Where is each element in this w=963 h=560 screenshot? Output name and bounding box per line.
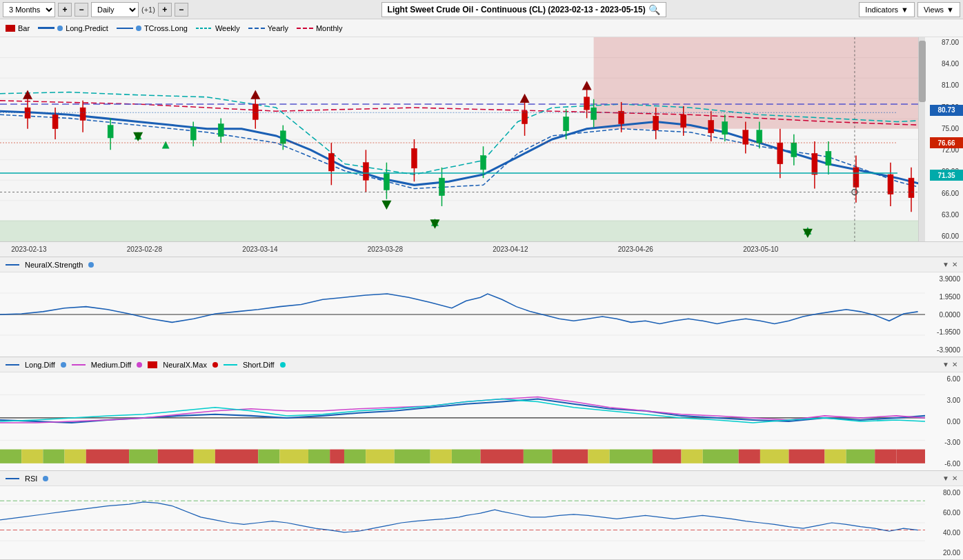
diff-close-button[interactable]: ✕ bbox=[952, 361, 957, 368]
y-label-87: 87.00 bbox=[926, 39, 962, 46]
monthly-label: Monthly bbox=[316, 24, 343, 32]
x-label-0426: 2023-04-26 bbox=[618, 246, 653, 253]
svg-rect-133 bbox=[610, 450, 653, 463]
svg-rect-112 bbox=[21, 450, 43, 463]
longdiff-title: Long.Diff bbox=[25, 361, 55, 369]
y-label-81: 81.00 bbox=[926, 81, 962, 89]
neuralix-close-button[interactable]: ✕ bbox=[952, 261, 957, 268]
diff-section: Long.Diff Medium.Diff NeuralX.Max Short.… bbox=[0, 357, 963, 471]
neuralxmax-dot bbox=[212, 362, 218, 368]
bar-legend-box bbox=[6, 25, 15, 32]
diff-body: 6.00 3.00 0.00 -3.00 -6.00 bbox=[0, 372, 963, 470]
svg-rect-64 bbox=[280, 131, 286, 143]
svg-rect-62 bbox=[218, 124, 224, 137]
svg-rect-75 bbox=[591, 108, 597, 119]
svg-rect-22 bbox=[80, 108, 86, 120]
svg-rect-140 bbox=[824, 450, 846, 463]
interval-select[interactable]: Daily Weekly Monthly bbox=[91, 2, 139, 17]
zoom-minus-button[interactable]: − bbox=[175, 3, 188, 17]
longpredict-line bbox=[38, 27, 54, 29]
svg-rect-115 bbox=[86, 450, 129, 463]
svg-rect-44 bbox=[743, 130, 748, 144]
svg-rect-81 bbox=[791, 143, 797, 157]
price-chart-area[interactable]: 87.00 84.00 81.00 78.00 75.00 72.00 69.0… bbox=[0, 37, 963, 241]
rsi-body: 80.00 60.00 40.00 20.00 bbox=[0, 486, 963, 559]
neuralix-body: 3.9000 1.9500 0.0000 -1.9500 -3.9000 bbox=[0, 272, 963, 357]
shortdiff-dot bbox=[280, 362, 286, 368]
neuralix-dot bbox=[88, 262, 94, 268]
chart-title: Light Sweet Crude Oil - Continuous (CL) … bbox=[388, 5, 646, 14]
diff-yaxis: 6.00 3.00 0.00 -3.00 -6.00 bbox=[925, 372, 963, 470]
svg-rect-129 bbox=[480, 450, 523, 463]
yearly-line-icon bbox=[248, 26, 265, 30]
svg-rect-139 bbox=[788, 450, 824, 463]
x-label-0228: 2023-02-28 bbox=[127, 246, 162, 253]
svg-rect-130 bbox=[524, 450, 553, 463]
price-yaxis: 87.00 84.00 81.00 78.00 75.00 72.00 69.0… bbox=[925, 37, 963, 241]
dy-label-3: 3.00 bbox=[926, 397, 962, 404]
diff-header: Long.Diff Medium.Diff NeuralX.Max Short.… bbox=[0, 357, 963, 372]
neuralxmax-box bbox=[148, 361, 157, 368]
right-controls: Indicators ▼ Views ▼ bbox=[859, 2, 960, 17]
rsi-dropdown-button[interactable]: ▼ bbox=[942, 474, 949, 482]
rsi-svg bbox=[0, 486, 925, 559]
svg-rect-60 bbox=[190, 128, 196, 140]
zoom-plus-button[interactable]: + bbox=[158, 3, 172, 17]
dy-label-6: 6.00 bbox=[926, 375, 962, 383]
price-scrollbar[interactable] bbox=[918, 37, 925, 241]
neuralix-svg bbox=[0, 272, 925, 357]
svg-rect-40 bbox=[681, 114, 686, 127]
period-minus-button[interactable]: − bbox=[75, 3, 88, 17]
dy-label-0: 0.00 bbox=[926, 418, 962, 426]
longdiff-dot bbox=[61, 362, 66, 368]
search-button[interactable]: 🔍 bbox=[648, 4, 660, 15]
ny-label-39: 3.9000 bbox=[926, 275, 962, 283]
diff-dropdown-button[interactable]: ▼ bbox=[942, 361, 949, 368]
svg-rect-134 bbox=[653, 450, 682, 463]
svg-rect-28 bbox=[363, 163, 368, 181]
legend-tcrosslong-item: TCross.Long bbox=[117, 24, 188, 32]
chart-title-bar: Light Sweet Crude Oil - Continuous (CL) … bbox=[191, 2, 856, 17]
svg-rect-52 bbox=[888, 174, 893, 194]
svg-rect-138 bbox=[760, 450, 789, 463]
shortdiff-line-icon bbox=[224, 363, 237, 367]
svg-rect-38 bbox=[653, 116, 659, 130]
svg-rect-123 bbox=[330, 450, 344, 463]
svg-rect-34 bbox=[584, 97, 590, 110]
ry-label-60: 60.00 bbox=[926, 509, 962, 517]
yearly-label: Yearly bbox=[268, 24, 288, 32]
weekly-line-icon bbox=[196, 26, 212, 30]
shortdiff-label: Short.Diff bbox=[243, 361, 275, 369]
indicators-button[interactable]: Indicators ▼ bbox=[859, 2, 915, 17]
neuralix-dropdown-button[interactable]: ▼ bbox=[942, 261, 949, 268]
rsi-close-button[interactable]: ✕ bbox=[952, 474, 957, 482]
svg-rect-46 bbox=[777, 143, 783, 164]
period-plus-button[interactable]: + bbox=[58, 3, 72, 17]
rsi-dot bbox=[43, 476, 48, 481]
longpredict-label: Long.Predict bbox=[66, 24, 108, 32]
svg-rect-119 bbox=[215, 450, 258, 463]
rsi-header: RSI ▼ ✕ bbox=[0, 471, 963, 486]
svg-rect-132 bbox=[588, 450, 609, 463]
tcrosslong-dot bbox=[136, 26, 141, 31]
legend-monthly-item: Monthly bbox=[297, 24, 343, 32]
monthly-line-icon bbox=[297, 26, 313, 30]
svg-rect-116 bbox=[129, 450, 158, 463]
legend-bar: Bar Long.Predict TCross.Long Weekly bbox=[0, 19, 963, 37]
svg-rect-127 bbox=[430, 450, 452, 463]
svg-rect-68 bbox=[439, 178, 444, 196]
neuralix-line-icon bbox=[6, 263, 19, 267]
svg-rect-126 bbox=[395, 450, 430, 463]
period-select[interactable]: 3 Months 1 Month 6 Months 1 Year bbox=[3, 2, 55, 17]
svg-rect-79 bbox=[757, 130, 762, 143]
svg-rect-20 bbox=[52, 114, 58, 128]
neuralix-title: NeuralX.Strength bbox=[25, 261, 83, 269]
svg-rect-120 bbox=[258, 450, 279, 463]
views-button[interactable]: Views ▼ bbox=[917, 2, 960, 17]
price-chart-svg bbox=[0, 37, 925, 241]
svg-rect-125 bbox=[366, 450, 395, 463]
y-label-75: 75.00 bbox=[926, 125, 962, 132]
y-label-84: 84.00 bbox=[926, 60, 962, 68]
svg-rect-48 bbox=[812, 153, 817, 174]
svg-rect-26 bbox=[328, 153, 334, 171]
